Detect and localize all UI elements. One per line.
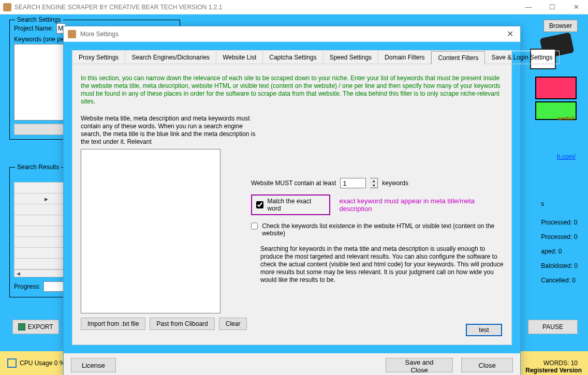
stats-panel: s Processed: 0 Processed: 0 aped: 0 Balc… [541, 197, 578, 288]
tab-search-engines[interactable]: Search Engines/Dictionaries [125, 51, 216, 64]
tab-proxy-settings[interactable]: Proxy Settings [72, 51, 125, 64]
annotation-text: exact keyword must appear in meta title/… [340, 197, 505, 213]
app-title: SEARCH ENGINE SCRAPER BY CREATIVE BEAR T… [14, 4, 517, 11]
check-html-checkbox[interactable] [251, 222, 258, 230]
relevance-note: Searching for keywords in the meta title… [260, 245, 505, 284]
keyword-count: WORDS: 10 [543, 359, 578, 367]
match-exact-word-label: Match the exact word [268, 198, 325, 212]
tab-speed-settings[interactable]: Speed Settings [324, 51, 378, 64]
test-button[interactable]: test [466, 324, 502, 336]
keyword-count-spinner[interactable]: ▲▼ [370, 178, 378, 188]
license-button[interactable]: License [71, 358, 116, 372]
intro-text: In this section, you can narrow down the… [81, 74, 503, 106]
excel-icon [18, 323, 25, 331]
tab-content-filters[interactable]: Content Filters [431, 51, 485, 65]
check-html-label: Check the keywords list existence in the… [262, 222, 505, 237]
tab-website-list[interactable]: Website List [216, 51, 263, 64]
tab-save-login[interactable]: Save & Login Settings [485, 51, 559, 64]
minimize-button[interactable]: — [517, 0, 540, 14]
tab-strip: Proxy Settings Search Engines/Dictionari… [72, 51, 511, 64]
meta-keywords-textarea[interactable] [81, 149, 220, 313]
dialog-title: More Settings [80, 31, 499, 38]
tab-captcha-settings[interactable]: Captcha Settings [263, 51, 323, 64]
close-dialog-button[interactable]: Close [461, 358, 513, 372]
pause-button[interactable]: PAUSE [528, 320, 578, 334]
meta-keywords-description: Website meta title, meta description and… [81, 115, 257, 146]
main-titlebar: SEARCH ENGINE SCRAPER BY CREATIVE BEAR T… [0, 0, 588, 14]
save-and-close-button[interactable]: Save and Close [386, 358, 453, 372]
match-exact-word-checkbox[interactable] [256, 201, 263, 208]
browser-button[interactable]: Browser [543, 20, 578, 32]
dialog-icon [68, 30, 76, 38]
search-results-legend: Search Results [15, 163, 61, 171]
dialog-close-button[interactable]: ✕ [499, 29, 520, 39]
paste-clipboard-button[interactable]: Past from Cliboard [150, 318, 214, 330]
keyword-count-input[interactable] [340, 178, 366, 188]
cpu-icon [7, 358, 17, 368]
clear-meta-button[interactable]: Clear [219, 318, 247, 330]
import-txt-button[interactable]: Import from .txt file [81, 318, 145, 330]
cpu-usage-label: CPU Usage 0 % [20, 359, 65, 367]
must-contain-label: Website MUST contain at least [251, 179, 336, 187]
close-button[interactable]: ✕ [564, 0, 588, 14]
logo-graphic: werful! [520, 35, 577, 108]
more-settings-dialog: More Settings ✕ Proxy Settings Search En… [63, 26, 521, 375]
search-settings-legend: Search Settings [15, 16, 63, 23]
progress-label: Progress: [14, 283, 40, 290]
project-name-label: Project Name: [14, 25, 53, 32]
maximize-button[interactable]: ☐ [540, 0, 564, 14]
keywords-suffix-label: keywords [382, 179, 408, 187]
registered-label: Registered Version [525, 367, 582, 374]
app-icon [3, 3, 11, 11]
site-link[interactable]: h.com/ [557, 153, 576, 160]
export-button[interactable]: EXPORT [12, 320, 59, 334]
tab-domain-filters[interactable]: Domain Filters [378, 51, 431, 64]
